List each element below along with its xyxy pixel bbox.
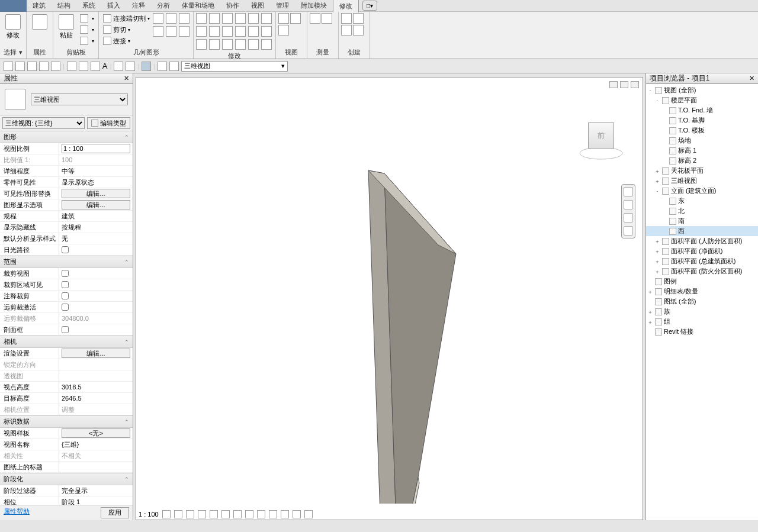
navigation-bar[interactable] (621, 184, 635, 238)
ribbon-btn-sm[interactable]: ▾ (78, 36, 96, 46)
ribbon-tool-icon[interactable] (222, 26, 233, 37)
qat-sync-icon[interactable] (27, 62, 37, 71)
reveal-icon[interactable] (269, 510, 277, 518)
prop-value[interactable]: 显示原状态 (59, 177, 133, 188)
shadow-icon[interactable] (198, 510, 206, 518)
prop-category[interactable]: 标识数据⌃ (0, 415, 133, 428)
prop-value[interactable]: 中等 (59, 166, 133, 176)
prop-value[interactable] (59, 324, 133, 335)
ribbon-btn[interactable]: 修改 (2, 13, 24, 41)
instance-selector[interactable]: 三维视图: {三维} (2, 117, 85, 129)
prop-value[interactable]: 编辑... (59, 188, 133, 199)
close-icon[interactable]: ✕ (124, 75, 129, 82)
tab-结构[interactable]: 结构 (52, 0, 76, 12)
ribbon-tool-icon[interactable] (222, 13, 233, 24)
apply-button[interactable]: 应用 (101, 507, 129, 518)
prop-value[interactable] (59, 143, 133, 154)
ribbon-tool-icon[interactable] (248, 39, 259, 50)
ribbon-tool-icon[interactable] (261, 39, 272, 50)
prop-value[interactable] (59, 462, 133, 472)
tab-建筑[interactable]: 建筑 (27, 0, 52, 12)
prop-value[interactable]: 完全显示 (59, 485, 133, 496)
ribbon-tool-icon[interactable] (179, 26, 190, 37)
ribbon-tool-icon[interactable] (248, 13, 259, 24)
edit-type-button[interactable]: 编辑类型 (87, 117, 130, 129)
tree-node[interactable]: 标高 1 (646, 146, 758, 156)
prop-value[interactable]: {三维} (59, 439, 133, 450)
ribbon-tool-icon[interactable] (196, 13, 207, 24)
ribbon-btn-sm[interactable]: ▾ (78, 13, 96, 24)
ribbon-btn-sm[interactable]: 剪切▾ (101, 24, 152, 35)
tree-node[interactable]: +面积平面 (防火分区面积) (646, 266, 758, 276)
ribbon-tool-icon[interactable] (261, 26, 272, 37)
ribbon-tool-icon[interactable] (341, 25, 352, 36)
tree-node[interactable]: +明细表/数量 (646, 286, 758, 296)
tab-修改[interactable]: 修改 (333, 0, 359, 12)
ribbon-btn[interactable] (29, 13, 50, 32)
ribbon-tool-icon[interactable] (235, 39, 246, 50)
sun-icon[interactable] (186, 510, 194, 518)
tree-node[interactable]: -楼层平面 (646, 95, 758, 105)
qat-align-icon[interactable] (79, 62, 88, 71)
ribbon-tool-icon[interactable] (166, 26, 176, 37)
tab-系统[interactable]: 系统 (76, 0, 101, 12)
qat-text-icon[interactable] (91, 62, 100, 71)
ribbon-tool-icon[interactable] (235, 13, 246, 24)
ribbon-tool-icon[interactable] (209, 26, 220, 37)
tree-node[interactable]: 图例 (646, 276, 758, 286)
render-icon[interactable] (210, 510, 218, 518)
model-wall[interactable] (136, 78, 645, 504)
tree-node[interactable]: Revit 链接 (646, 327, 758, 337)
ribbon-tool-icon[interactable] (261, 13, 272, 24)
qat-close-icon[interactable] (158, 62, 167, 71)
ribbon-btn-sm[interactable]: 连接▾ (101, 36, 152, 46)
tree-node[interactable]: T.O. 基脚 (646, 115, 758, 125)
tree-node[interactable]: 标高 2 (646, 156, 758, 166)
ribbon-btn[interactable]: 粘贴 (56, 13, 77, 41)
visual-style-icon[interactable] (174, 510, 182, 518)
ribbon-tool-icon[interactable] (153, 13, 163, 24)
tab-分析[interactable]: 分析 (151, 0, 176, 12)
tab-视图[interactable]: 视图 (245, 0, 270, 12)
tree-node[interactable]: T.O. 楼板 (646, 125, 758, 136)
help-dropdown[interactable]: □▾ (362, 1, 377, 11)
app-logo[interactable] (0, 0, 27, 12)
tab-附加模块[interactable]: 附加模块 (295, 0, 333, 12)
tree-node[interactable]: +天花板平面 (646, 166, 758, 176)
type-selector[interactable]: 三维视图 (31, 93, 128, 105)
prop-value[interactable]: 阶段 1 (59, 496, 133, 505)
ribbon-tool-icon[interactable] (222, 39, 233, 50)
ribbon-tool-icon[interactable] (278, 25, 289, 36)
ribbon-btn-sm[interactable]: ▾ (78, 24, 96, 35)
prop-value[interactable] (59, 302, 133, 312)
ribbon-tool-icon[interactable] (196, 39, 207, 50)
detail-level-icon[interactable] (162, 510, 171, 518)
qat-3d-icon[interactable] (114, 62, 123, 71)
ribbon-tool-icon[interactable] (153, 26, 163, 37)
tab-插入[interactable]: 插入 (101, 0, 126, 12)
ribbon-tool-icon[interactable] (248, 26, 259, 37)
ribbon-tool-icon[interactable] (310, 13, 320, 24)
tree-node[interactable]: 东 (646, 196, 758, 206)
tab-管理[interactable]: 管理 (270, 0, 295, 12)
scale-label[interactable]: 1 : 100 (139, 511, 159, 518)
viewport-3d[interactable]: 前 1 : 100 (136, 77, 643, 520)
qat-undo-icon[interactable] (39, 62, 49, 71)
qat-section-icon[interactable] (126, 62, 135, 71)
qat-open-icon[interactable] (4, 62, 13, 71)
unlock-icon[interactable] (245, 510, 253, 518)
prop-value[interactable]: <无> (59, 428, 133, 439)
analytical-icon[interactable] (304, 510, 313, 518)
tab-注释[interactable]: 注释 (126, 0, 151, 12)
tree-node[interactable]: +面积平面 (净面积) (646, 246, 758, 256)
tab-体量和场地[interactable]: 体量和场地 (176, 0, 220, 12)
crop-region-icon[interactable] (233, 510, 242, 518)
ribbon-btn-sm[interactable]: 连接端切割▾ (101, 13, 152, 24)
tree-node[interactable]: 西 (646, 226, 758, 236)
prop-value[interactable]: 无 (59, 233, 133, 244)
view-selector[interactable]: 三维视图▾ (181, 61, 288, 72)
tree-node[interactable]: +面积平面 (人防分区面积) (646, 236, 758, 246)
tree-node[interactable]: 北 (646, 206, 758, 216)
ribbon-tool-icon[interactable] (341, 13, 352, 24)
qat-switch-icon[interactable] (169, 62, 179, 71)
